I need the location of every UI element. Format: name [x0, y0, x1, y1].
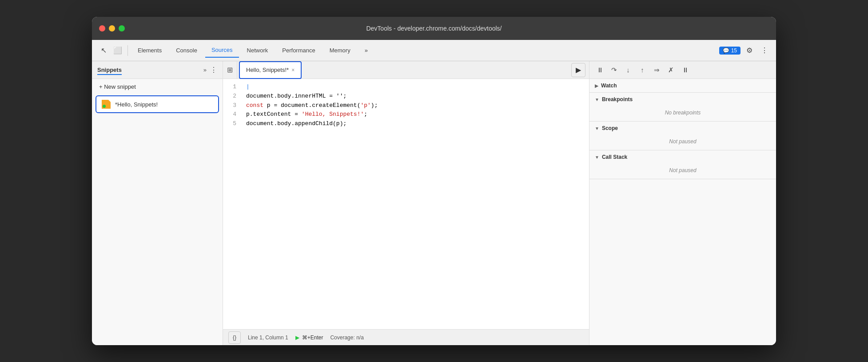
run-snippet-status-button[interactable]: ▶ ⌘+Enter: [295, 334, 323, 341]
watch-header[interactable]: ▶ Watch: [589, 79, 776, 92]
step-over-button[interactable]: ↷: [607, 63, 621, 77]
deactivate-breakpoints-button[interactable]: ✗: [664, 63, 677, 77]
scope-not-paused-label: Not paused: [669, 138, 696, 145]
new-snippet-button[interactable]: + New snippet: [92, 79, 223, 94]
call-stack-title: Call Stack: [602, 154, 627, 160]
watch-expand-icon: ▶: [595, 83, 598, 88]
snippets-more-button[interactable]: »: [203, 67, 207, 73]
line-num-1: 1: [223, 83, 236, 92]
coverage-label: Coverage: n/a: [330, 334, 363, 341]
devtools-window: DevTools - developer.chrome.com/docs/dev…: [92, 17, 776, 345]
no-breakpoints-label: No breakpoints: [665, 110, 701, 116]
close-button[interactable]: [99, 25, 105, 31]
tab-network[interactable]: Network: [241, 43, 275, 58]
editor-tabs: ⊞ Hello, Snippets!* × ▶: [223, 61, 589, 79]
line-num-5: 5: [223, 119, 236, 129]
code-line-4: p.textContent = 'Hello, Snippets!';: [246, 110, 584, 119]
call-stack-header[interactable]: ▼ Call Stack: [589, 150, 776, 164]
code-line-2: document.body.innerHTML = '';: [246, 92, 584, 101]
pause-button[interactable]: ⏸: [593, 63, 606, 77]
window-title: DevTools - developer.chrome.com/docs/dev…: [366, 25, 502, 32]
pause-on-exceptions-button[interactable]: ⏸: [678, 63, 692, 77]
scope-expand-icon: ▼: [595, 126, 599, 131]
tab-performance[interactable]: Performance: [276, 43, 321, 58]
run-shortcut-label: ⌘+Enter: [302, 334, 323, 341]
debug-toolbar: ⏸ ↷ ↓ ↑ ⇒ ✗ ⏸: [589, 61, 776, 79]
code-content[interactable]: document.body.innerHTML = ''; const p = …: [241, 83, 589, 326]
status-bar: {} Line 1, Column 1 ▶ ⌘+Enter Coverage: …: [223, 329, 589, 345]
cursor-position: Line 1, Column 1: [248, 334, 288, 341]
snippets-dots-button[interactable]: ⋮: [210, 66, 217, 74]
snippet-file-icon: [102, 100, 111, 109]
center-panel: ⊞ Hello, Snippets!* × ▶ 1 2 3 4 5: [223, 61, 589, 345]
breakpoints-title: Breakpoints: [602, 96, 633, 102]
line-numbers: 1 2 3 4 5: [223, 83, 241, 326]
line-num-4: 4: [223, 110, 236, 119]
snippet-name: *Hello, Snippets!: [115, 101, 158, 108]
settings-button[interactable]: ⚙: [743, 44, 756, 57]
line-num-2: 2: [223, 92, 236, 101]
tab-memory[interactable]: Memory: [323, 43, 357, 58]
tab-sources[interactable]: Sources: [205, 43, 239, 58]
file-tab-label: Hello, Snippets!*: [246, 67, 289, 73]
inspect-icon[interactable]: ⬜: [111, 44, 124, 57]
scope-header[interactable]: ▼ Scope: [589, 122, 776, 135]
file-tab[interactable]: Hello, Snippets!* ×: [239, 61, 302, 79]
notification-badge[interactable]: 💬 15: [719, 47, 741, 55]
traffic-lights: [99, 25, 125, 31]
run-arrow-icon: ▶: [295, 334, 299, 341]
left-panel: Snippets » ⋮ + New snippet *Hello, Snipp…: [92, 61, 223, 345]
call-stack-section: ▼ Call Stack Not paused: [589, 150, 776, 179]
code-line-3: const p = document.createElement('p');: [246, 101, 584, 110]
notification-count: 15: [731, 47, 737, 54]
snippets-panel-header: Snippets » ⋮: [92, 61, 223, 79]
notification-icon: 💬: [723, 47, 729, 54]
snippets-title: Snippets: [97, 67, 203, 73]
snippet-item[interactable]: *Hello, Snippets!: [96, 95, 219, 113]
call-stack-expand-icon: ▼: [595, 155, 599, 160]
step-button[interactable]: ⇒: [650, 63, 663, 77]
breakpoints-expand-icon: ▼: [595, 97, 599, 102]
maximize-button[interactable]: [119, 25, 125, 31]
breakpoints-header[interactable]: ▼ Breakpoints: [589, 93, 776, 106]
toggle-sidebar-button[interactable]: ⊞: [223, 61, 237, 79]
call-stack-content: Not paused: [589, 164, 776, 179]
snippets-title-text: Snippets: [97, 67, 122, 75]
step-out-button[interactable]: ↑: [636, 63, 649, 77]
format-button[interactable]: {}: [228, 331, 241, 344]
main-toolbar: ↖ ⬜ Elements Console Sources Network Per…: [92, 40, 776, 61]
toolbar-separator: [127, 45, 128, 56]
titlebar: DevTools - developer.chrome.com/docs/dev…: [92, 17, 776, 40]
more-tabs-button[interactable]: »: [358, 43, 374, 58]
call-stack-not-paused-label: Not paused: [669, 167, 696, 173]
watch-section: ▶ Watch: [589, 79, 776, 93]
toolbar-right: 💬 15 ⚙ ⋮: [719, 44, 771, 57]
plus-icon: + New snippet: [99, 83, 136, 90]
tab-elements[interactable]: Elements: [131, 43, 168, 58]
code-editor[interactable]: 1 2 3 4 5 document.body.innerHTML = ''; …: [223, 79, 589, 329]
file-tab-close[interactable]: ×: [291, 67, 295, 73]
step-into-button[interactable]: ↓: [621, 63, 635, 77]
watch-title: Watch: [601, 83, 617, 89]
string-hello: 'Hello, Snippets!': [302, 111, 364, 118]
main-content: Snippets » ⋮ + New snippet *Hello, Snipp…: [92, 61, 776, 345]
breakpoints-content: No breakpoints: [589, 106, 776, 121]
run-icon: ▶: [576, 66, 581, 74]
pointer-tool-icon[interactable]: ↖: [97, 44, 110, 57]
tab-console[interactable]: Console: [170, 43, 203, 58]
scope-content: Not paused: [589, 135, 776, 150]
breakpoints-section: ▼ Breakpoints No breakpoints: [589, 93, 776, 122]
code-line-1: [246, 83, 584, 92]
cursor: [246, 83, 250, 90]
scope-title: Scope: [602, 125, 618, 131]
more-menu-button[interactable]: ⋮: [758, 44, 771, 57]
right-panel: ⏸ ↷ ↓ ↑ ⇒ ✗ ⏸ ▶ Watch ▼ Breakpoints: [589, 61, 776, 345]
toggle-sidebar-icon: ⊞: [227, 66, 233, 74]
line-num-3: 3: [223, 101, 236, 110]
keyword-const: const: [246, 102, 263, 109]
format-label: {}: [233, 334, 237, 341]
run-snippet-toolbar-button[interactable]: ▶: [571, 63, 585, 77]
minimize-button[interactable]: [109, 25, 115, 31]
code-line-5: document.body.appendChild(p);: [246, 119, 584, 129]
string-p: 'p': [360, 102, 370, 109]
